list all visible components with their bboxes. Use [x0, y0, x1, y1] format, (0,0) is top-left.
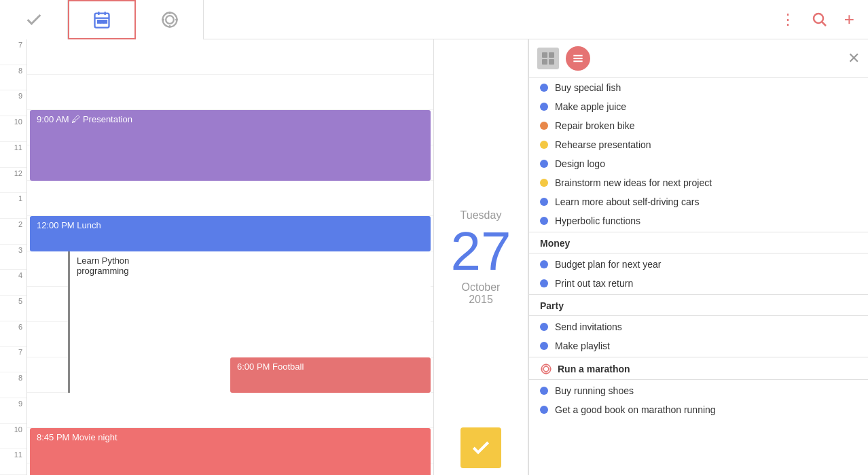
- time-slot-12: 12: [0, 168, 26, 194]
- event-football[interactable]: 6:00 PM Football: [230, 357, 431, 393]
- task-item-juice[interactable]: Make apple juice: [529, 97, 868, 116]
- task-label-fish: Buy special fish: [555, 82, 621, 93]
- svg-point-23: [543, 366, 549, 372]
- svg-point-13: [814, 14, 823, 23]
- time-slot-4: 4: [0, 270, 26, 296]
- date-checkbox[interactable]: [460, 427, 501, 468]
- task-dot-logo: [540, 160, 548, 168]
- task-dot-invitations: [540, 323, 548, 331]
- events-column: 9:00 AM 🖊 Presentation 12:00 PM Lunch Le…: [27, 39, 433, 475]
- time-slot-6: 6: [0, 321, 26, 347]
- task-label-book: Get a good book on marathon running: [555, 404, 716, 415]
- task-label-playlist: Make playlist: [555, 340, 610, 351]
- task-dot-shoes: [540, 387, 548, 395]
- hour-line-8: [27, 75, 433, 110]
- task-dot-bike: [540, 122, 548, 130]
- task-label-shoes: Buy running shoes: [555, 385, 634, 396]
- event-movie[interactable]: 8:45 PM Movie night: [30, 428, 431, 475]
- task-panel-close-button[interactable]: ✕: [848, 50, 860, 67]
- section-header-party: Party: [529, 296, 868, 314]
- money-divider: [529, 232, 868, 232]
- time-slot-10b: 10: [0, 424, 26, 450]
- section-header-marathon: Run a marathon: [529, 359, 868, 378]
- task-item-logo[interactable]: Design logo: [529, 154, 868, 173]
- time-slot-5: 5: [0, 296, 26, 321]
- task-label-bike: Repair broken bike: [555, 120, 635, 131]
- date-number: 27: [451, 224, 511, 279]
- section-header-money: Money: [529, 234, 868, 251]
- time-slot-3: 3: [0, 245, 26, 270]
- task-item-bike[interactable]: Repair broken bike: [529, 116, 868, 135]
- task-item-invitations[interactable]: Send invitations: [529, 317, 868, 336]
- time-slot-1: 1: [0, 193, 26, 219]
- toolbar-right: ⋮ +: [780, 9, 868, 30]
- task-dot-playlist: [540, 342, 548, 350]
- task-label-rehearse: Rehearse presentation: [555, 139, 651, 150]
- task-item-shoes[interactable]: Buy running shoes: [529, 381, 868, 400]
- task-dot-cars: [540, 198, 548, 206]
- task-item-hyperbolic[interactable]: Hyperbolic functions: [529, 211, 868, 230]
- task-item-playlist[interactable]: Make playlist: [529, 336, 868, 355]
- date-month: October: [462, 281, 501, 294]
- svg-point-22: [541, 364, 551, 374]
- event-football-label: 6:00 PM Football: [237, 362, 304, 372]
- calendar-area: 7 8 9 10 11 12 1 2 3 4 5 6 7 8 9 10 11: [0, 39, 528, 475]
- svg-rect-6: [105, 20, 107, 22]
- task-item-cars[interactable]: Learn more about self-driving cars: [529, 192, 868, 211]
- task-panel: ✕ Buy special fish Make apple juice Repa…: [528, 39, 868, 475]
- time-slot-2: 2: [0, 219, 26, 245]
- calendar-tab-button[interactable]: [68, 0, 136, 39]
- task-list-unsectioned: Buy special fish Make apple juice Repair…: [529, 78, 868, 230]
- search-button[interactable]: [812, 12, 828, 28]
- task-label-juice: Make apple juice: [555, 101, 626, 112]
- task-item-brainstorm[interactable]: Brainstorm new ideas for next project: [529, 173, 868, 192]
- time-slot-7: 7: [0, 39, 26, 65]
- task-dot-juice: [540, 103, 548, 111]
- main-content: 7 8 9 10 11 12 1 2 3 4 5 6 7 8 9 10 11: [0, 39, 868, 475]
- task-dot-fish: [540, 84, 548, 92]
- section-label-money: Money: [540, 238, 570, 249]
- event-lunch[interactable]: 12:00 PM Lunch: [30, 216, 431, 251]
- overflow-menu-button[interactable]: ⋮: [780, 11, 795, 29]
- time-slot-9: 9: [0, 90, 26, 116]
- task-panel-menu-icon: [566, 46, 590, 71]
- svg-rect-4: [98, 20, 101, 22]
- task-label-brainstorm: Brainstorm new ideas for next project: [555, 177, 712, 188]
- add-icon: +: [844, 9, 854, 30]
- check-tab-button[interactable]: [0, 0, 68, 39]
- toolbar-left: [0, 0, 780, 39]
- hour-line-11: [27, 181, 433, 216]
- time-column: 7 8 9 10 11 12 1 2 3 4 5 6 7 8 9 10 11: [0, 39, 27, 475]
- section-label-marathon: Run a marathon: [558, 364, 630, 374]
- task-label-budget: Budget plan for next year: [555, 259, 661, 270]
- task-dot-hyperbolic: [540, 217, 548, 225]
- task-label-tax: Print out tax return: [555, 278, 633, 289]
- svg-line-14: [822, 22, 826, 26]
- event-movie-label: 8:45 PM Movie night: [37, 432, 117, 442]
- time-slot-11: 11: [0, 142, 26, 168]
- task-item-rehearse[interactable]: Rehearse presentation: [529, 135, 868, 154]
- task-item-book[interactable]: Get a good book on marathon running: [529, 400, 868, 419]
- event-presentation[interactable]: 9:00 AM 🖊 Presentation: [30, 110, 431, 181]
- money-divider-2: [529, 253, 868, 253]
- task-item-budget[interactable]: Budget plan for next year: [529, 255, 868, 274]
- task-dot-budget: [540, 260, 548, 268]
- add-button[interactable]: +: [844, 9, 854, 30]
- task-item-tax[interactable]: Print out tax return: [529, 274, 868, 293]
- task-item-fish[interactable]: Buy special fish: [529, 78, 868, 97]
- section-label-party: Party: [540, 300, 564, 311]
- goal-target-icon: [540, 363, 552, 375]
- task-dot-book: [540, 406, 548, 414]
- task-label-cars: Learn more about self-driving cars: [555, 196, 699, 207]
- task-label-logo: Design logo: [555, 158, 605, 169]
- task-panel-grid-icon: [537, 48, 559, 69]
- toolbar: ⋮ +: [0, 0, 868, 39]
- task-dot-brainstorm: [540, 179, 548, 187]
- task-label-invitations: Send invitations: [555, 321, 622, 332]
- time-slot-7b: 7: [0, 347, 26, 372]
- date-panel: Tuesday 27 October 2015: [433, 39, 528, 475]
- target-tab-button[interactable]: [136, 0, 204, 39]
- event-lunch-label: 12:00 PM Lunch: [37, 220, 101, 230]
- date-year: 2015: [469, 294, 493, 306]
- time-slot-9b: 9: [0, 398, 26, 424]
